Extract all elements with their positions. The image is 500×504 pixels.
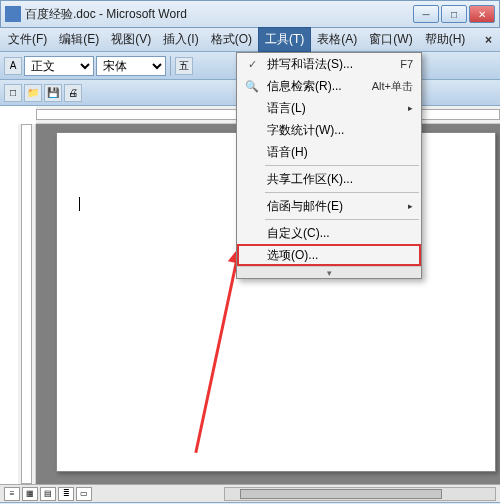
menu-spelling[interactable]: ✓ 拼写和语法(S)... F7	[237, 53, 421, 75]
menu-tools[interactable]: 工具(T)	[258, 27, 311, 52]
menu-label: 语言(L)	[263, 100, 403, 117]
menu-separator	[265, 192, 419, 193]
style-select[interactable]: 正文	[24, 56, 94, 76]
menu-language[interactable]: 语言(L) ▸	[237, 97, 421, 119]
menu-label: 选项(O)...	[263, 247, 417, 264]
menu-file[interactable]: 文件(F)	[2, 28, 53, 51]
doc-close-button[interactable]: ×	[479, 31, 498, 49]
menu-letters-mailings[interactable]: 信函与邮件(E) ▸	[237, 195, 421, 217]
window-title: 百度经验.doc - Microsoft Word	[25, 6, 413, 23]
normal-view-icon[interactable]: ≡	[4, 487, 20, 501]
menu-label: 信函与邮件(E)	[263, 198, 403, 215]
menu-format[interactable]: 格式(O)	[205, 28, 258, 51]
font-select[interactable]: 宋体	[96, 56, 166, 76]
save-icon[interactable]: 💾	[44, 84, 62, 102]
menu-label: 语音(H)	[263, 144, 417, 161]
menu-label: 字数统计(W)...	[263, 122, 417, 139]
text-cursor	[79, 197, 80, 211]
outline-view-icon[interactable]: ≣	[58, 487, 74, 501]
close-button[interactable]: ✕	[469, 5, 495, 23]
menu-separator	[265, 165, 419, 166]
menu-separator	[265, 219, 419, 220]
menu-shared-workspace[interactable]: 共享工作区(K)...	[237, 168, 421, 190]
submenu-arrow-icon: ▸	[403, 103, 417, 113]
view-bar: ≡ ▦ ▤ ≣ ▭	[0, 484, 500, 502]
vertical-ruler[interactable]	[18, 124, 36, 484]
menubar: 文件(F) 编辑(E) 视图(V) 插入(I) 格式(O) 工具(T) 表格(A…	[0, 28, 500, 52]
para-icon[interactable]: A	[4, 57, 22, 75]
menu-help[interactable]: 帮助(H)	[419, 28, 472, 51]
menu-label: 共享工作区(K)...	[263, 171, 417, 188]
new-icon[interactable]: □	[4, 84, 22, 102]
search-icon: 🔍	[241, 80, 263, 93]
check-icon: ✓	[241, 58, 263, 71]
reading-view-icon[interactable]: ▭	[76, 487, 92, 501]
menu-wordcount[interactable]: 字数统计(W)...	[237, 119, 421, 141]
menu-label: 自定义(C)...	[263, 225, 417, 242]
menu-speech[interactable]: 语音(H)	[237, 141, 421, 163]
menu-window[interactable]: 窗口(W)	[363, 28, 418, 51]
menu-label: 拼写和语法(S)...	[263, 56, 400, 73]
menu-options[interactable]: 选项(O)...	[237, 244, 421, 266]
menu-customize[interactable]: 自定义(C)...	[237, 222, 421, 244]
menu-label: 信息检索(R)...	[263, 78, 372, 95]
menu-edit[interactable]: 编辑(E)	[53, 28, 105, 51]
menu-research[interactable]: 🔍 信息检索(R)... Alt+单击	[237, 75, 421, 97]
menu-table[interactable]: 表格(A)	[311, 28, 363, 51]
titlebar: 百度经验.doc - Microsoft Word ─ □ ✕	[0, 0, 500, 28]
horizontal-scrollbar[interactable]	[224, 487, 496, 501]
open-icon[interactable]: 📁	[24, 84, 42, 102]
separator	[170, 56, 171, 76]
web-view-icon[interactable]: ▦	[22, 487, 38, 501]
menu-shortcut: F7	[400, 58, 417, 70]
menu-expand-button[interactable]: ▾	[237, 266, 421, 278]
minimize-button[interactable]: ─	[413, 5, 439, 23]
window-controls: ─ □ ✕	[413, 5, 495, 23]
menu-shortcut: Alt+单击	[372, 79, 417, 94]
print-icon[interactable]: 🖨	[64, 84, 82, 102]
tools-dropdown: ✓ 拼写和语法(S)... F7 🔍 信息检索(R)... Alt+单击 语言(…	[236, 52, 422, 279]
menu-insert[interactable]: 插入(I)	[157, 28, 204, 51]
menu-view[interactable]: 视图(V)	[105, 28, 157, 51]
word-icon	[5, 6, 21, 22]
print-view-icon[interactable]: ▤	[40, 487, 56, 501]
maximize-button[interactable]: □	[441, 5, 467, 23]
size-select[interactable]: 五	[175, 57, 193, 75]
submenu-arrow-icon: ▸	[403, 201, 417, 211]
